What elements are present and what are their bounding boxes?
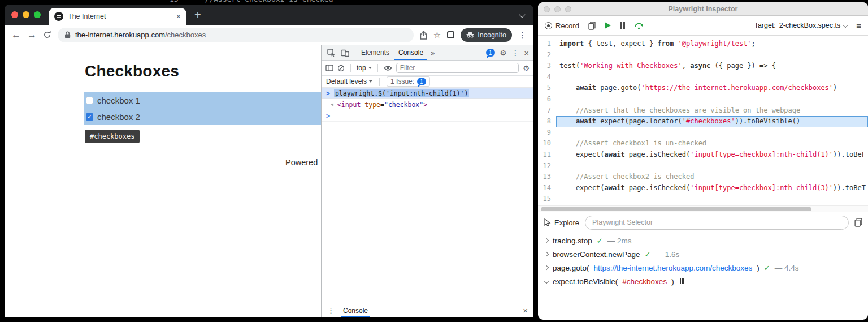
live-expression-eye-icon[interactable]: [384, 65, 392, 71]
tab-close-icon[interactable]: ×: [176, 12, 181, 21]
drawer-close-icon[interactable]: ×: [523, 306, 528, 315]
playwright-inspector-window: Playwright Inspector Record Target: 2-ch…: [538, 2, 868, 320]
zoom-window-button[interactable]: [565, 6, 571, 12]
pause-button[interactable]: [620, 22, 625, 29]
chevron-right-icon[interactable]: [544, 265, 549, 270]
device-toolbar-icon[interactable]: [338, 49, 351, 57]
tab-console[interactable]: Console: [394, 45, 427, 60]
code-line: [556, 94, 868, 105]
console-filter-input[interactable]: [396, 63, 519, 73]
code-line: [556, 161, 868, 172]
target-selector[interactable]: Target: 2-checkBox.spec.ts: [754, 22, 848, 29]
code-token: )).toBeVisible(): [735, 117, 801, 125]
code-token: ({ page }) => {: [710, 62, 776, 70]
console-prompt-icon: >: [326, 112, 330, 120]
checkbox-unchecked[interactable]: [86, 97, 93, 104]
console-result-text: <input type="checkbox">: [337, 101, 427, 109]
record-label: Record: [555, 22, 579, 30]
context-selector[interactable]: top: [357, 64, 372, 72]
console-sidebar-icon[interactable]: [326, 65, 333, 71]
line-number: 12: [538, 161, 551, 172]
share-icon[interactable]: [420, 31, 427, 40]
console-settings-gear-icon[interactable]: ⚙: [523, 65, 530, 72]
code-token: ;: [752, 40, 756, 48]
divider: [379, 78, 380, 86]
bookmark-star-icon[interactable]: ☆: [433, 30, 441, 40]
tab-elements[interactable]: Elements: [357, 45, 393, 60]
log-row[interactable]: expect.toBeVisible(#checkboxes): [538, 274, 868, 288]
code-token: page.goto(: [596, 84, 641, 92]
log-duration: — 4.4s: [775, 264, 799, 272]
divider: [350, 64, 351, 72]
code-token: await: [576, 84, 596, 92]
footer-divider: [5, 151, 321, 151]
log-levels-dropdown[interactable]: Default levels: [326, 78, 372, 85]
page-title: Checkboxes: [85, 62, 179, 80]
code-line: expect(await page.isChecked('input[type=…: [556, 149, 868, 161]
new-tab-button[interactable]: +: [194, 7, 201, 22]
log-action-text: browserContext.newPage: [553, 250, 640, 259]
code-token: '#checkboxes': [682, 117, 735, 125]
clear-console-icon[interactable]: [337, 65, 345, 72]
close-window-button[interactable]: [544, 6, 550, 12]
log-url-link[interactable]: https://the-internet.herokuapp.com/check…: [594, 264, 753, 272]
playwright-selector-input[interactable]: [585, 216, 849, 230]
copy-selector-icon[interactable]: [854, 218, 862, 227]
line-number: 8: [538, 116, 551, 127]
drawer-menu-icon[interactable]: ⋮: [327, 307, 335, 314]
reload-button[interactable]: [43, 31, 51, 39]
devtools-menu-icon[interactable]: ⋮: [511, 49, 519, 57]
code-line: //Assert that the checkboxes are visible…: [556, 105, 868, 117]
code-token: [559, 117, 576, 125]
code-token: { test, expect }: [584, 40, 657, 48]
step-over-button[interactable]: [634, 22, 644, 29]
tab-search-chevron-icon[interactable]: [519, 11, 525, 18]
devtools-close-icon[interactable]: ×: [524, 49, 529, 57]
code-token: async: [690, 62, 710, 70]
explore-button[interactable]: Explore: [544, 218, 579, 227]
scrollbar-thumb[interactable]: [541, 207, 811, 211]
minimize-window-button[interactable]: [554, 6, 561, 12]
checkbox-checked[interactable]: ✓: [86, 113, 93, 121]
zoom-window-button[interactable]: [34, 11, 41, 18]
checkbox-list: checkbox 1✓checkbox 2: [84, 92, 321, 125]
log-row[interactable]: tracing.stop✓— 2ms: [538, 234, 868, 247]
browser-menu-icon[interactable]: ⋮: [518, 31, 527, 39]
issues-badge[interactable]: 1: [486, 49, 495, 57]
checkbox-row: checkbox 1: [84, 92, 321, 109]
forward-button[interactable]: →: [27, 30, 37, 40]
code-token: [559, 84, 576, 92]
console-html-token: type: [364, 101, 380, 109]
inspect-element-icon[interactable]: [325, 49, 337, 57]
resume-play-button[interactable]: [605, 22, 611, 29]
more-tabs-icon[interactable]: »: [428, 49, 437, 57]
drawer-tab-console[interactable]: Console: [341, 303, 370, 317]
log-row[interactable]: page.goto(https://the-internet.herokuapp…: [538, 261, 868, 274]
code-line: expect(await page.isChecked('input[type=…: [556, 183, 868, 194]
chevron-right-icon[interactable]: [544, 238, 549, 243]
line-number: 11: [538, 149, 551, 161]
browser-tab[interactable]: The Internet ×: [49, 8, 186, 25]
log-row[interactable]: browserContext.newPage✓— 1.6s: [538, 247, 868, 261]
issues-counter[interactable]: 1 Issue: 1: [387, 76, 430, 87]
address-bar[interactable]: the-internet.herokuapp.com/checkboxes: [58, 28, 414, 42]
record-button[interactable]: Record: [545, 22, 579, 30]
console-html-token: <input: [337, 101, 361, 109]
copy-icon[interactable]: [588, 22, 596, 30]
settings-gear-icon[interactable]: ⚙: [500, 49, 507, 57]
close-window-button[interactable]: [11, 11, 18, 18]
chevron-down-icon[interactable]: [544, 279, 549, 284]
horizontal-scrollbar[interactable]: [538, 205, 868, 212]
code-token: )).toBeF: [833, 151, 866, 158]
console-result-row[interactable]: ◀ <input type="checkbox">: [322, 99, 533, 110]
console-input-row[interactable]: >: [322, 110, 533, 122]
chevron-right-icon[interactable]: [544, 252, 549, 256]
source-list-icon[interactable]: ≡: [856, 21, 861, 31]
explore-label: Explore: [554, 218, 579, 227]
console-history-entry[interactable]: > playwright.$('input:nth-child(1)'): [322, 88, 533, 99]
pick-locator-icon: [544, 218, 551, 226]
chevron-down-icon: [369, 80, 372, 83]
back-button[interactable]: ←: [11, 30, 21, 40]
side-panel-icon[interactable]: [447, 31, 454, 38]
minimize-window-button[interactable]: [23, 11, 29, 18]
